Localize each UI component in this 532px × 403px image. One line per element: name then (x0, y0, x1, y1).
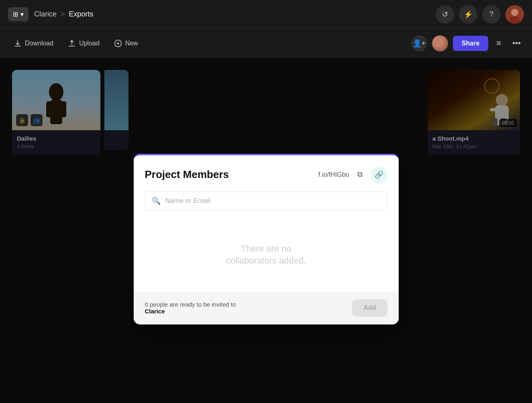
download-label: Download (25, 40, 53, 47)
nav-actions: ↺ ⚡ ? (436, 5, 524, 24)
list-icon: ≡ (496, 39, 501, 47)
toolbar-right: 👤+ Share ≡ ••• (411, 35, 524, 51)
search-input-wrap: 🔍 (145, 191, 387, 211)
dropdown-icon: ▾ (20, 10, 24, 18)
lightning-button[interactable]: ⚡ (459, 5, 477, 24)
upload-button[interactable]: Upload (62, 35, 105, 51)
modal-link-text: f.io/fHIGbo (318, 171, 349, 178)
footer-invite-info: 0 people are ready to be invited to Clar… (145, 301, 236, 315)
help-button[interactable]: ? (482, 5, 501, 24)
search-input[interactable] (165, 197, 381, 205)
modal-title: Project Members (145, 168, 229, 181)
upload-icon (68, 39, 76, 47)
new-button[interactable]: New (108, 35, 144, 51)
empty-text: There are no collaborators added. (145, 243, 387, 268)
modal-footer: 0 people are ready to be invited to Clar… (134, 292, 399, 325)
user-avatar[interactable] (506, 5, 524, 24)
share-link-button[interactable]: 🔗 (371, 166, 387, 183)
download-button[interactable]: Download (8, 35, 59, 51)
footer-count-text: 0 people are ready to be invited to (145, 301, 236, 308)
help-icon: ? (489, 10, 493, 18)
modal-empty-state: There are no collaborators added. (134, 219, 399, 292)
logo-button[interactable]: ⊞ ▾ (8, 7, 29, 21)
list-view-button[interactable]: ≡ (493, 35, 504, 51)
breadcrumb: Clarice > Exports (34, 10, 94, 18)
svg-point-1 (511, 9, 518, 16)
download-icon (14, 39, 22, 47)
add-member-button[interactable]: 👤+ (411, 35, 427, 51)
grid-icon: ⊞ (13, 10, 18, 18)
more-options-button[interactable]: ••• (509, 35, 524, 51)
breadcrumb-separator: > (61, 10, 65, 18)
add-button[interactable]: Add (352, 300, 387, 317)
add-person-icon: 👤+ (413, 39, 426, 48)
toolbar-avatar[interactable] (432, 35, 448, 51)
project-members-modal: Project Members f.io/fHIGbo ⧉ 🔗 🔍 There … (134, 153, 399, 325)
modal-header: Project Members f.io/fHIGbo ⧉ 🔗 (134, 155, 399, 191)
ellipsis-icon: ••• (512, 39, 521, 47)
refresh-button[interactable]: ↺ (436, 5, 454, 24)
copy-icon: ⧉ (357, 170, 363, 178)
link-icon: 🔗 (375, 170, 383, 179)
breadcrumb-current: Exports (69, 10, 94, 18)
top-nav: ⊞ ▾ Clarice > Exports ↺ ⚡ ? (0, 0, 532, 29)
upload-label: Upload (79, 40, 100, 47)
footer-project-name: Clarice (145, 308, 236, 315)
search-icon: 🔍 (152, 196, 161, 205)
share-button[interactable]: Share (453, 36, 488, 51)
share-label: Share (462, 40, 479, 47)
modal-search-area: 🔍 (134, 191, 399, 219)
toolbar: Download Upload New 👤+ Share ≡ ••• (0, 29, 532, 58)
refresh-icon: ↺ (442, 10, 448, 19)
copy-link-button[interactable]: ⧉ (356, 169, 364, 180)
new-label: New (125, 40, 138, 47)
main-content: 🔒 👥 Dailies 4 items (0, 58, 532, 403)
breadcrumb-root[interactable]: Clarice (34, 10, 57, 18)
lightning-icon: ⚡ (464, 10, 473, 19)
plus-icon (114, 39, 122, 47)
